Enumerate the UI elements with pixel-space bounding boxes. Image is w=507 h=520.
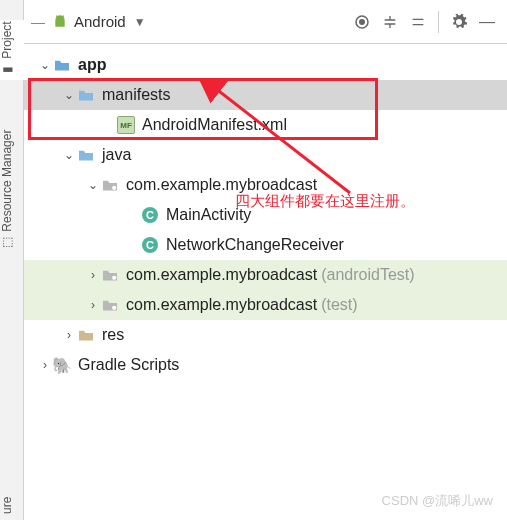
panel-minimize-button[interactable]: — (30, 14, 46, 30)
tree-node-package-main[interactable]: ⌄ com.example.mybroadcast (24, 170, 507, 200)
class-icon: C (140, 205, 160, 225)
package-icon (100, 265, 120, 285)
tree-node-package-androidtest[interactable]: › com.example.mybroadcast (androidTest) (24, 260, 507, 290)
expand-arrow-icon[interactable]: › (86, 298, 100, 312)
tree-label: Gradle Scripts (78, 356, 179, 374)
folder-res-icon (76, 325, 96, 345)
toolbar-divider (438, 11, 439, 33)
folder-open-icon (76, 85, 96, 105)
project-toolbar: — Android ▼ — (24, 0, 507, 44)
view-selector-label: Android (74, 13, 126, 30)
expand-arrow-icon[interactable]: ⌄ (86, 178, 100, 192)
tab-project[interactable]: ▮ Project (0, 20, 24, 80)
tree-suffix: (test) (321, 296, 357, 314)
tree-label: manifests (102, 86, 170, 104)
settings-button[interactable] (445, 8, 473, 36)
tab-bottom-partial[interactable]: ure (0, 490, 24, 520)
tree-node-manifests[interactable]: ⌄ manifests (24, 80, 507, 110)
resource-manager-icon: ⬚ (0, 236, 14, 247)
tree-label: MainActivity (166, 206, 251, 224)
tree-label: NetworkChangeReceiver (166, 236, 344, 254)
manifest-file-icon: MF (116, 115, 136, 135)
tree-node-manifest-file[interactable]: • MF AndroidManifest.xml (24, 110, 507, 140)
android-icon (52, 14, 68, 30)
expand-arrow-icon[interactable]: › (38, 358, 52, 372)
svg-point-1 (360, 19, 365, 24)
hide-panel-button[interactable]: — (473, 8, 501, 36)
tree-label: app (78, 56, 106, 74)
tree-label: java (102, 146, 131, 164)
left-sidebar: ▮ Project ⬚ Resource Manager ure (0, 0, 24, 520)
expand-arrow-icon[interactable]: › (62, 328, 76, 342)
tree-node-res[interactable]: › res (24, 320, 507, 350)
svg-point-4 (112, 306, 116, 310)
tree-label: res (102, 326, 124, 344)
project-panel: — Android ▼ — ⌄ (24, 0, 507, 520)
svg-point-2 (112, 186, 116, 190)
expand-arrow-icon[interactable]: ⌄ (38, 58, 52, 72)
tree-label: AndroidManifest.xml (142, 116, 287, 134)
tree-label: com.example.mybroadcast (126, 176, 317, 194)
tree-label: com.example.mybroadcast (126, 296, 317, 314)
tree-suffix: (androidTest) (321, 266, 414, 284)
collapse-all-button[interactable] (404, 8, 432, 36)
project-icon: ▮ (0, 66, 14, 73)
tree-node-gradle[interactable]: › 🐘 Gradle Scripts (24, 350, 507, 380)
folder-open-icon (76, 145, 96, 165)
gradle-icon: 🐘 (52, 355, 72, 375)
expand-arrow-icon[interactable]: ⌄ (62, 148, 76, 162)
tree-node-mainactivity[interactable]: • C MainActivity (24, 200, 507, 230)
watermark: CSDN @流唏儿ww (382, 492, 493, 510)
view-selector[interactable]: Android ▼ (52, 13, 146, 30)
tab-project-label: Project (0, 22, 14, 59)
module-icon (52, 55, 72, 75)
expand-arrow-icon[interactable]: › (86, 268, 100, 282)
tree-node-package-test[interactable]: › com.example.mybroadcast (test) (24, 290, 507, 320)
expand-all-button[interactable] (376, 8, 404, 36)
chevron-down-icon: ▼ (134, 15, 146, 29)
project-tree: ⌄ app ⌄ manifests • MF AndroidManifest.x… (24, 44, 507, 380)
package-icon (100, 295, 120, 315)
select-opened-file-button[interactable] (348, 8, 376, 36)
tree-node-networkreceiver[interactable]: • C NetworkChangeReceiver (24, 230, 507, 260)
tab-resmgr-label: Resource Manager (0, 129, 14, 231)
class-icon: C (140, 235, 160, 255)
tab-resource-manager[interactable]: ⬚ Resource Manager (0, 120, 24, 260)
svg-point-3 (112, 276, 116, 280)
expand-arrow-icon[interactable]: ⌄ (62, 88, 76, 102)
tree-node-java[interactable]: ⌄ java (24, 140, 507, 170)
package-icon (100, 175, 120, 195)
tree-node-app[interactable]: ⌄ app (24, 50, 507, 80)
tree-label: com.example.mybroadcast (126, 266, 317, 284)
